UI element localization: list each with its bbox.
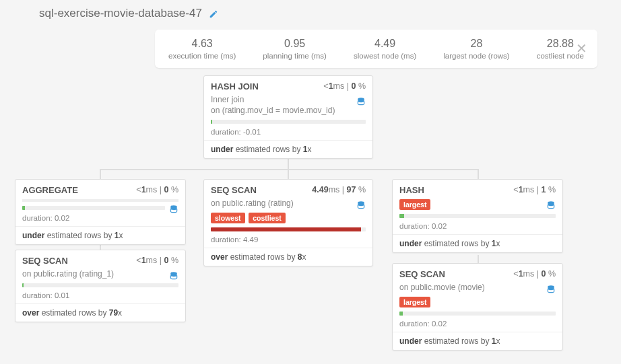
node-metric: <1ms | 0 %: [136, 185, 178, 194]
node-name: HASH: [399, 185, 424, 195]
node-duration: duration: 0.02: [15, 210, 185, 227]
plan-node-aggregate[interactable]: AGGREGATE <1ms | 0 % duration: 0.02 unde…: [15, 179, 186, 245]
node-badges: largest: [393, 297, 562, 312]
node-detail: Inner join on (rating.mov_id = movie.mov…: [204, 94, 372, 120]
plan-node-hash-join[interactable]: HASH JOIN <1ms | 0 % Inner join on (rati…: [203, 75, 373, 159]
database-icon[interactable]: [169, 203, 178, 214]
node-name: SEQ SCAN: [22, 256, 68, 266]
node-bar: [399, 214, 556, 218]
badge-slowest: slowest: [211, 213, 245, 223]
node-duration: duration: 0.02: [393, 218, 562, 235]
connector: [100, 169, 101, 179]
node-bar: [211, 227, 366, 231]
node-bar: [399, 312, 556, 316]
node-badges: largest: [393, 199, 562, 214]
node-detail: on public.rating (rating): [204, 198, 372, 213]
node-estimate: under estimated rows by 1x: [204, 141, 372, 158]
database-icon[interactable]: [169, 270, 178, 281]
node-estimate: under estimated rows by 1x: [393, 332, 562, 350]
node-bar: [22, 283, 178, 287]
node-metric: <1ms | 0 %: [136, 256, 178, 265]
node-badges: slowest costliest: [204, 213, 372, 227]
node-estimate: over estimated rows by 79x: [15, 304, 185, 322]
database-icon[interactable]: [356, 96, 366, 106]
node-metric: <1ms | 0 %: [513, 269, 556, 279]
node-duration: duration: 4.49: [204, 231, 372, 248]
node-duration: duration: 0.02: [393, 316, 562, 332]
stat-execution-time: 4.63 execution time (ms): [155, 36, 249, 61]
stat-planning-time: 0.95 planning time (ms): [249, 36, 340, 61]
stat-largest-node: 28 largest node (rows): [430, 36, 523, 61]
connector: [100, 169, 479, 170]
node-estimate: over estimated rows by 8x: [204, 248, 372, 266]
page-title: sql-exercise-movie-database-47: [39, 7, 202, 20]
badge-largest: largest: [399, 297, 430, 307]
node-detail: on public.movie (movie): [393, 282, 562, 297]
node-estimate: under estimated rows by 1x: [393, 235, 562, 252]
node-name: AGGREGATE: [22, 185, 78, 195]
connector: [288, 169, 289, 179]
plan-node-seq-scan-rating[interactable]: SEQ SCAN 4.49ms | 97 % on public.rating …: [203, 179, 373, 266]
node-metric: <1ms | 1 %: [513, 185, 556, 194]
plan-node-hash[interactable]: HASH <1ms | 1 % largest duration: 0.02 u…: [392, 179, 563, 253]
connector: [478, 255, 479, 263]
node-metric: 4.49ms | 97 %: [312, 185, 366, 194]
database-icon[interactable]: [546, 199, 556, 210]
node-bar: [211, 120, 366, 124]
plan-node-seq-scan-rating1[interactable]: SEQ SCAN <1ms | 0 % on public.rating (ra…: [15, 250, 186, 322]
database-icon[interactable]: [546, 283, 556, 294]
close-icon[interactable]: ✕: [576, 40, 587, 57]
stats-bar: 4.63 execution time (ms) 0.95 planning t…: [155, 30, 597, 68]
node-bar: [22, 206, 165, 210]
node-duration: duration: 0.01: [15, 287, 185, 304]
badge-largest: largest: [399, 199, 430, 210]
node-name: SEQ SCAN: [399, 269, 445, 279]
badge-costliest: costliest: [249, 213, 286, 223]
node-metric: <1ms | 0 %: [323, 81, 366, 91]
connector: [478, 169, 479, 179]
database-icon[interactable]: [356, 199, 366, 210]
edit-icon[interactable]: [209, 8, 218, 19]
page-header: sql-exercise-movie-database-47: [39, 7, 218, 20]
node-estimate: under estimated rows by 1x: [15, 227, 185, 244]
node-name: HASH JOIN: [211, 81, 259, 92]
node-detail: on public.rating (rating_1): [15, 268, 185, 283]
node-name: SEQ SCAN: [211, 185, 257, 195]
stat-slowest-node: 4.49 slowest node (ms): [340, 36, 430, 61]
plan-node-seq-scan-movie[interactable]: SEQ SCAN <1ms | 0 % on public.movie (mov…: [392, 263, 563, 351]
node-duration: duration: -0.01: [204, 124, 372, 141]
